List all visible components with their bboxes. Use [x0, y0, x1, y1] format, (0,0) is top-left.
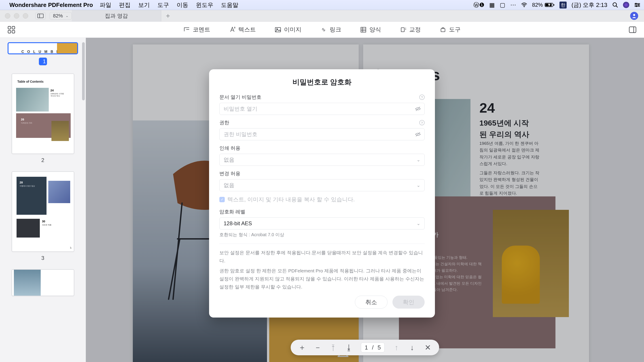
svg-rect-23 [361, 27, 366, 32]
toggle-visibility-perm-icon[interactable] [415, 131, 421, 137]
change-allow-label: 변경 허용 [219, 170, 240, 177]
close-navbar-button[interactable]: ✕ [424, 343, 432, 352]
menu-go[interactable]: 이동 [177, 1, 188, 9]
tool-text[interactable]: 텍스트 [229, 26, 256, 33]
menu-tools[interactable]: 도구 [158, 1, 169, 9]
toggle-visibility-open-icon[interactable] [415, 106, 421, 112]
tool-form[interactable]: 양식 [360, 26, 381, 33]
tool-form-label: 양식 [370, 26, 381, 33]
thumb1-accent [57, 42, 77, 53]
document-tab[interactable]: 집과 영감 [72, 10, 161, 21]
thumb4-photo [14, 270, 41, 296]
zoom-value: 82% [53, 13, 63, 19]
zoom-in-button[interactable]: ＋ [298, 342, 306, 353]
window-titlebar: 82% ⌄ 집과 영감 ＋ [0, 10, 644, 22]
airplay-icon[interactable]: ▢ [500, 1, 505, 8]
menu-view[interactable]: 보기 [138, 1, 150, 9]
control-center-icon[interactable] [634, 2, 640, 7]
account-avatar[interactable] [630, 12, 638, 20]
svg-point-14 [633, 14, 635, 16]
page-number-box[interactable]: 1 / 5 [361, 343, 384, 353]
thumbnail-page-3[interactable]: 28 여행에서 받은 영감 30 새로운 제품 h [12, 171, 74, 252]
wifi-icon[interactable] [521, 2, 527, 7]
tool-comment[interactable]: 코멘트 [183, 26, 210, 33]
encryption-level-label: 암호화 레벨 [219, 209, 245, 215]
clock[interactable]: (금) 오후 2:13 [572, 1, 607, 9]
copy-content-checkbox[interactable]: ✓ 텍스트, 이미지 및 기타 내용을 복사 할 수 있습니다. [219, 196, 425, 203]
minimize-window-button[interactable] [14, 13, 19, 18]
tool-link-label: 링크 [330, 26, 341, 33]
ime-indicator[interactable]: 한 [560, 1, 567, 8]
statusbar-app2-icon[interactable]: ▦ [489, 1, 495, 8]
apps-grid-button[interactable] [8, 26, 15, 33]
thumbnail-sidebar: C O L U M B I A C O L L E C T I V E 집안에서… [0, 38, 86, 362]
encryption-level-select[interactable]: 128-bit AES ⌄ [219, 217, 425, 230]
bluetooth-icon[interactable]: ⋯ [510, 1, 516, 8]
sidebar-scrollbar[interactable] [82, 42, 85, 100]
thumbnail-number-1: 1 [39, 57, 47, 65]
app-menu[interactable]: Wondershare PDFelement Pro [10, 1, 93, 8]
compat-hint: 호환되는 형식 : Acrobat 7.0 이상 [219, 232, 425, 238]
print-allow-label: 인쇄 허용 [219, 145, 240, 151]
svg-line-30 [416, 107, 420, 111]
menu-help[interactable]: 도움말 [221, 1, 238, 9]
svg-rect-12 [38, 14, 44, 18]
siri-icon[interactable] [623, 2, 629, 8]
total-pages: 5 [378, 344, 381, 351]
tool-review[interactable]: 교정 [400, 26, 421, 33]
next-page-button[interactable]: ↓ [408, 343, 416, 352]
tool-image[interactable]: 이미지 [274, 26, 302, 33]
help-permission-icon[interactable]: ? [419, 120, 425, 125]
open-password-label: 문서 열기 비밀번호 [219, 94, 262, 100]
main-toolbar: 코멘트 텍스트 이미지 링크 양식 교정 도구 [0, 22, 644, 38]
thumbnail-page-2[interactable]: Table of Contents 24 1965년에 시작된우리의 역사 26… [12, 73, 74, 154]
cancel-button[interactable]: 취소 [355, 296, 388, 309]
sidebar-toggle-button[interactable] [35, 12, 46, 20]
svg-rect-18 [12, 30, 15, 33]
statusbar-app1-icon[interactable]: Ⓦ❶ [474, 1, 484, 9]
copy-content-label: 텍스트, 이미지 및 기타 내용을 복사 할 수 있습니다. [228, 196, 355, 203]
svg-rect-17 [8, 30, 11, 33]
svg-point-4 [613, 3, 616, 6]
zoom-window-button[interactable] [23, 13, 28, 18]
permission-password-label: 권한 [219, 119, 229, 126]
chevron-down-icon: ⌄ [66, 14, 68, 18]
first-page-button[interactable]: ⭱ [330, 343, 337, 352]
spotlight-icon[interactable] [612, 2, 618, 8]
last-page-button[interactable]: ⭳ [345, 343, 353, 352]
tool-link[interactable]: 링크 [320, 26, 341, 33]
menu-file[interactable]: 파일 [100, 1, 111, 9]
window-controls [0, 13, 33, 18]
add-tab-button[interactable]: ＋ [161, 10, 175, 21]
svg-point-11 [636, 5, 637, 7]
ok-button[interactable]: 확인 [392, 296, 425, 309]
thumbnail-page-1[interactable]: C O L U M B I A C O L L E C T I V E 집안에서… [8, 42, 78, 54]
battery-status[interactable]: 82% [532, 2, 554, 8]
zoom-out-button[interactable]: － [314, 342, 322, 353]
thumbnail-number-3: 3 [8, 255, 78, 261]
svg-rect-15 [8, 26, 11, 29]
change-allow-select[interactable]: 없음 ⌄ [219, 179, 425, 191]
svg-line-31 [416, 132, 420, 136]
prev-page-button[interactable]: ↑ [393, 343, 400, 352]
close-window-button[interactable] [5, 13, 10, 18]
permission-password-input[interactable] [219, 128, 425, 140]
tool-tools[interactable]: 도구 [440, 26, 461, 33]
svg-rect-27 [441, 28, 445, 32]
thumbnail-page-4[interactable] [12, 269, 74, 296]
menu-window[interactable]: 윈도우 [196, 1, 213, 9]
tool-image-label: 이미지 [284, 26, 302, 33]
menu-edit[interactable]: 편집 [119, 1, 130, 9]
security-note-1: 보안 설정은 문서를 저장한 후에 적용됩니다.문서를 닫을때까지 보안 설정을… [219, 249, 425, 265]
help-open-password-icon[interactable]: ? [419, 94, 425, 100]
thumb3-photo-a [48, 181, 70, 203]
svg-point-0 [524, 6, 524, 7]
open-password-input[interactable] [219, 103, 425, 115]
current-page: 1 [365, 344, 368, 351]
tool-comment-label: 코멘트 [193, 26, 210, 33]
security-note-2: 권한 암호로 설정 한 제한은 모든 PDFelement Pro 제품에 적용… [219, 267, 425, 291]
print-allow-select[interactable]: 없음 ⌄ [219, 154, 425, 166]
encrypt-password-dialog: 비밀번호로 암호화 문서 열기 비밀번호 ? 권한 ? 인쇄 허용 없음 ⌄ 변… [209, 69, 435, 318]
zoom-dropdown[interactable]: 82% ⌄ [50, 12, 72, 20]
panel-toggle-button[interactable] [629, 26, 636, 33]
